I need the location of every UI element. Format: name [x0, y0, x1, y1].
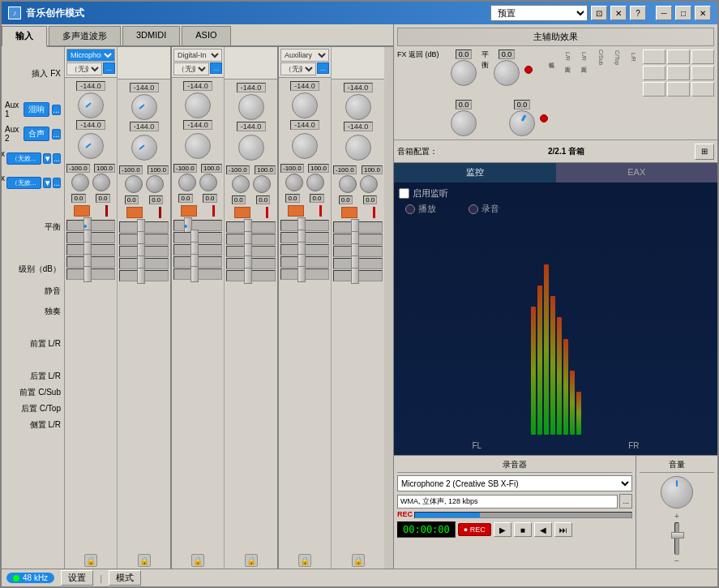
ch3a-fx-btn[interactable]: ... [317, 62, 329, 74]
ch2a-knob1[interactable] [185, 92, 211, 118]
ch3b-knob2[interactable] [345, 135, 371, 161]
mode-button[interactable]: 模式 [109, 570, 141, 586]
right-btn-5[interactable] [667, 66, 690, 80]
maximize-button[interactable]: □ [675, 6, 691, 20]
fx-return-knob[interactable] [451, 60, 477, 86]
ch2a-fx-select[interactable]: （无效果） [173, 62, 209, 75]
ch3a-mute-btn[interactable] [288, 205, 304, 217]
aux3-select[interactable]: （无效... [6, 152, 41, 165]
ch2a-fader-5[interactable] [173, 268, 222, 280]
ch2a-knob2[interactable] [185, 133, 211, 159]
right-btn-7[interactable] [643, 82, 666, 97]
ch3a-thumb-5[interactable] [297, 266, 306, 282]
ch1b-pan-knob-l[interactable] [125, 175, 143, 193]
ch2a-thumb-5[interactable] [190, 266, 199, 282]
recorder-prev-button[interactable]: ◀ [534, 522, 552, 537]
minimize-button[interactable]: ⊡ [591, 6, 607, 20]
ch2b-pan-knob-l[interactable] [232, 175, 250, 193]
aux3-dropdown[interactable]: ▼ [43, 153, 51, 164]
playback-radio[interactable] [405, 204, 415, 214]
ch3a-knob2[interactable] [292, 133, 318, 159]
aux2-button[interactable]: 合声 [24, 127, 49, 141]
aux4-dropdown[interactable]: ▼ [43, 178, 51, 188]
tab-multitrack[interactable]: 多声道波形 [49, 26, 121, 45]
enable-monitor-checkbox[interactable] [399, 188, 409, 199]
right-btn-1[interactable] [643, 49, 666, 64]
ch1a-knob2[interactable] [78, 133, 104, 159]
ch1a-thumb-5[interactable] [83, 266, 92, 282]
ch3a-pan-knob-l[interactable] [285, 174, 303, 191]
settings-button[interactable]: 设置 [61, 570, 93, 586]
ch3b-knob1[interactable] [345, 94, 371, 120]
right-btn-2[interactable] [667, 49, 690, 64]
aux3-more[interactable]: ... [53, 153, 61, 164]
close-button[interactable]: ✕ [610, 6, 627, 20]
ch3a-fader-5[interactable] [280, 268, 329, 280]
recorder-skip-button[interactable]: ⏭ [554, 522, 572, 537]
balance-knob[interactable] [494, 60, 520, 86]
ch2a-pan-knob-r[interactable] [199, 174, 217, 191]
ch1a-pan-knob-r[interactable] [92, 174, 110, 191]
ch2a-pan-knob-l[interactable] [178, 174, 196, 191]
ch1a-device-select[interactable]: Microphone 2 [66, 49, 115, 62]
tab-3dmidi[interactable]: 3DMIDI [122, 26, 180, 45]
ch3a-device-select[interactable]: Auxiliary [280, 49, 329, 62]
ch1a-mute-btn[interactable] [74, 205, 90, 217]
fx2-knob[interactable] [451, 110, 477, 136]
volume-knob[interactable] [661, 476, 693, 509]
ch1a-fx-btn[interactable]: ... [103, 62, 115, 74]
ch3b-mute-btn[interactable] [341, 207, 357, 218]
right-btn-8[interactable] [667, 82, 690, 97]
ch3b-pan-knob-r[interactable] [360, 175, 378, 193]
ch1b-thumb-5[interactable] [137, 268, 145, 284]
aux1-more-button[interactable]: ... [52, 105, 61, 115]
ch2a-device-select[interactable]: Digital-In [173, 49, 222, 62]
bal2-knob[interactable] [509, 110, 535, 136]
ch3b-thumb-5[interactable] [351, 268, 359, 284]
ch2b-fader-5[interactable] [226, 270, 276, 281]
right-btn-3[interactable] [691, 49, 714, 64]
ch3b-pan-knob-l[interactable] [339, 175, 357, 193]
ch2b-thumb-5[interactable] [244, 268, 252, 284]
ch2a-mute-btn[interactable] [181, 205, 197, 217]
ch1b-mute-btn[interactable] [126, 207, 143, 218]
aux4-more[interactable]: ... [53, 178, 61, 188]
ch1b-fader-5[interactable] [119, 270, 169, 281]
ch3a-pan-knob-r[interactable] [306, 174, 324, 191]
ch1a-pan-knob-l[interactable] [71, 174, 89, 191]
ch2b-mute-btn[interactable] [234, 207, 250, 218]
recorder-stop-button[interactable]: ■ [514, 522, 532, 537]
ch3a-fx-select[interactable]: （无效果） [280, 62, 316, 75]
restore-button[interactable]: ─ [656, 6, 672, 20]
ch3a-knob1[interactable] [292, 92, 318, 118]
ch2b-knob1[interactable] [238, 94, 264, 120]
ch2b-knob2[interactable] [238, 135, 264, 161]
recorder-device-select[interactable]: Microphone 2 (Creative SB X-Fi) [397, 475, 632, 491]
tab-asio[interactable]: ASIO [182, 26, 230, 45]
recorder-rec-button[interactable]: ● REC [458, 523, 491, 536]
ch1b-pan-knob-r[interactable] [146, 175, 164, 193]
ch1b-knob2[interactable] [131, 135, 157, 161]
ch1a-knob1[interactable] [78, 92, 104, 118]
record-radio[interactable] [469, 204, 478, 214]
aux4-select[interactable]: （无效... [6, 177, 41, 189]
tab-eax[interactable]: EAX [556, 163, 718, 182]
volume-fader-thumb[interactable] [671, 532, 684, 539]
ch1a-fader-5[interactable] [66, 268, 115, 280]
help-button[interactable]: ? [630, 6, 646, 20]
recorder-play-button[interactable]: ▶ [494, 522, 511, 537]
tab-input[interactable]: 输入 [2, 26, 47, 47]
aux2-more-button[interactable]: ... [52, 129, 61, 139]
ch2b-pan-knob-r[interactable] [253, 175, 271, 193]
ch2a-fx-btn[interactable]: ... [210, 62, 222, 74]
volume-fader-track[interactable] [674, 522, 679, 555]
window-close-button[interactable]: ✕ [695, 6, 711, 20]
aux1-button[interactable]: 混响 [24, 102, 49, 117]
preset-select[interactable]: 预置 [490, 5, 588, 21]
right-btn-6[interactable] [691, 66, 714, 80]
recorder-format-btn[interactable]: ... [619, 494, 632, 509]
ch1a-fx-select[interactable]: （无效果） [66, 62, 102, 75]
ch1b-knob1[interactable] [131, 94, 157, 120]
right-btn-9[interactable] [691, 82, 714, 97]
right-btn-4[interactable] [643, 66, 666, 80]
